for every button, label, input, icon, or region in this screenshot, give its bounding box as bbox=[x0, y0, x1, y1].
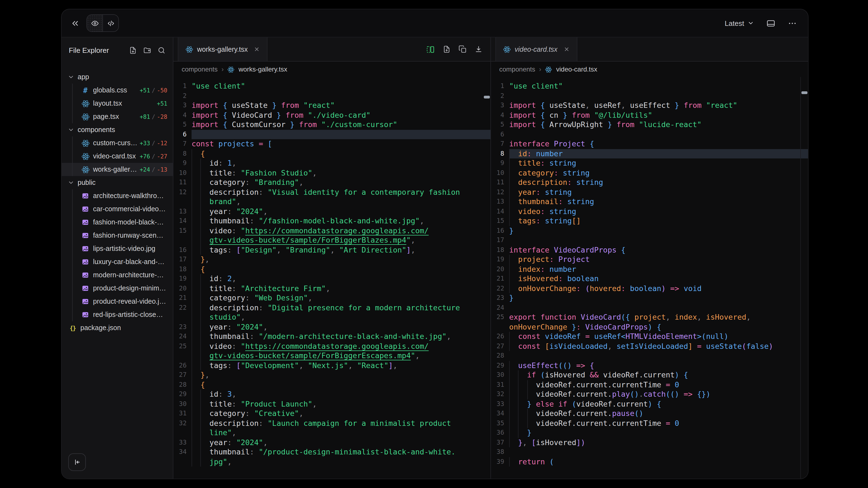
tree-section-public[interactable]: public bbox=[62, 176, 173, 189]
code-row[interactable]: 10 title: "Fashion Studio", bbox=[174, 168, 490, 178]
download-icon[interactable] bbox=[474, 45, 483, 53]
file-row[interactable]: car-commercial-video… bbox=[62, 202, 173, 216]
code-row[interactable]: 34 videoRef.current.pause() bbox=[491, 409, 808, 418]
code-row[interactable]: 4import { cn } from "@/lib/utils" bbox=[491, 110, 808, 120]
code-row[interactable]: 30 title: "Product Launch", bbox=[174, 399, 490, 409]
scrollbar-track[interactable] bbox=[800, 77, 808, 479]
code-row[interactable]: 1"use client" bbox=[174, 82, 490, 91]
file-row[interactable]: red-lips-artistic-close… bbox=[62, 308, 173, 321]
close-icon[interactable] bbox=[254, 46, 260, 52]
code-row[interactable]: 32 description: "Launch campaign for a m… bbox=[174, 418, 490, 428]
file-row[interactable]: product-design-minim… bbox=[62, 282, 173, 295]
code-row[interactable]: brand", bbox=[174, 197, 490, 206]
code-row[interactable]: 36 } bbox=[491, 428, 808, 438]
code-row[interactable]: 23 year: "2024", bbox=[174, 322, 490, 332]
version-selector[interactable]: Latest bbox=[724, 19, 754, 27]
code-row[interactable]: 20 title: "Architecture Firm", bbox=[174, 284, 490, 293]
code-row[interactable]: 18interface VideoCardProps { bbox=[491, 245, 808, 255]
code-row[interactable]: 16 tags: ["Design", "Branding", "Art Dir… bbox=[174, 245, 490, 255]
code-row[interactable]: 12 year: string bbox=[491, 187, 808, 197]
new-folder-icon[interactable] bbox=[143, 46, 151, 54]
search-icon[interactable] bbox=[157, 46, 166, 54]
code-row[interactable]: 33 year: "2024", bbox=[174, 438, 490, 447]
code-row[interactable]: 7const projects = [ bbox=[174, 139, 490, 149]
code-row[interactable]: 1"use client" bbox=[491, 82, 808, 91]
file-row[interactable]: works-galler…+24/-13 bbox=[62, 163, 173, 176]
file-row[interactable]: page.tsx+81/-28 bbox=[62, 110, 173, 123]
code-row[interactable]: 2 bbox=[174, 91, 490, 101]
scrollbar-thumb[interactable] bbox=[484, 96, 490, 98]
code-row[interactable]: 25 video: "https://commondatastorage.goo… bbox=[174, 341, 490, 351]
code-row[interactable]: gtv-videos-bucket/sample/ForBiggerBlazes… bbox=[174, 235, 490, 245]
code-row[interactable]: 22 onHoverChange: (hovered: boolean) => … bbox=[491, 284, 808, 293]
code-row[interactable]: 21 category: "Web Design", bbox=[174, 293, 490, 303]
code-row[interactable]: gtv-videos-bucket/sample/ForBiggerEscape… bbox=[174, 351, 490, 361]
code-icon[interactable] bbox=[102, 15, 118, 31]
code-row[interactable]: 11 category: "Branding", bbox=[174, 178, 490, 187]
code-row[interactable]: 20 index: number bbox=[491, 264, 808, 274]
breadcrumb-file[interactable]: video-card.tsx bbox=[556, 65, 597, 73]
more-icon[interactable] bbox=[788, 19, 797, 28]
code-editor-right[interactable]: 1"use client"23import { useState, useRef… bbox=[491, 77, 808, 479]
code-row[interactable]: 19 id: 2, bbox=[174, 274, 490, 284]
tree-section-components[interactable]: components bbox=[62, 123, 173, 136]
file-row[interactable]: fashion-runway-scen… bbox=[62, 229, 173, 242]
file-row[interactable]: {}package.json bbox=[62, 321, 173, 334]
code-row[interactable]: 38 bbox=[491, 447, 808, 457]
code-row[interactable]: 4import { VideoCard } from "./video-card… bbox=[174, 110, 490, 120]
code-row[interactable]: 15 tags: string[] bbox=[491, 216, 808, 226]
code-row[interactable]: 37 }, [isHovered]) bbox=[491, 438, 808, 447]
code-row[interactable]: 29 useEffect(() => { bbox=[491, 361, 808, 370]
breadcrumb-file[interactable]: works-gallery.tsx bbox=[239, 65, 287, 73]
code-row[interactable]: 39 return ( bbox=[491, 457, 808, 466]
code-row[interactable]: studio", bbox=[174, 313, 490, 322]
code-row[interactable]: 21 isHovered: boolean bbox=[491, 274, 808, 284]
file-row[interactable]: layout.tsx+51 bbox=[62, 97, 173, 110]
tree-section-app[interactable]: app bbox=[62, 70, 173, 84]
code-row[interactable]: 19 project: Project bbox=[491, 255, 808, 264]
code-row[interactable]: 34 thumbnail: "/product-design-minimalis… bbox=[174, 447, 490, 457]
code-row[interactable]: 29 id: 3, bbox=[174, 390, 490, 399]
code-row[interactable]: 23} bbox=[491, 293, 808, 303]
code-row[interactable]: 35 videoRef.current.currentTime = 0 bbox=[491, 418, 808, 428]
file-row[interactable]: luxury-car-black-and-… bbox=[62, 255, 173, 268]
code-row[interactable]: 17 }, bbox=[174, 255, 490, 264]
code-row[interactable]: 25export function VideoCard({ project, i… bbox=[491, 313, 808, 322]
code-row[interactable]: 24 thumbnail: "/modern-architecture-blac… bbox=[174, 332, 490, 341]
code-row[interactable]: 9 id: 1, bbox=[174, 158, 490, 168]
code-row[interactable]: 2 bbox=[491, 91, 808, 101]
breadcrumb-folder[interactable]: components bbox=[499, 65, 535, 73]
collapse-sidebar-button[interactable] bbox=[68, 453, 86, 471]
code-row[interactable]: 6 bbox=[491, 130, 808, 139]
code-row[interactable]: 17 bbox=[491, 235, 808, 245]
code-row[interactable]: line", bbox=[174, 428, 490, 438]
copy-icon[interactable] bbox=[459, 45, 467, 53]
code-row[interactable]: 16} bbox=[491, 226, 808, 235]
code-row[interactable]: 33 } else if (videoRef.current) { bbox=[491, 399, 808, 409]
scrollbar-thumb[interactable] bbox=[801, 91, 807, 94]
code-editor-left[interactable]: 1"use client"23import { useState } from … bbox=[174, 77, 490, 479]
code-row[interactable]: 14 thumbnail: "/fashion-model-black-and-… bbox=[174, 216, 490, 226]
code-row[interactable]: 18 { bbox=[174, 264, 490, 274]
file-row[interactable]: architecture-walkthro… bbox=[62, 189, 173, 202]
code-row[interactable]: 7interface Project { bbox=[491, 139, 808, 149]
code-row[interactable]: 5import { CustomCursor } from "./custom-… bbox=[174, 120, 490, 130]
code-row[interactable]: 26 tags: ["Development", "Next.js", "Rea… bbox=[174, 361, 490, 370]
eye-icon[interactable] bbox=[87, 15, 102, 31]
code-row[interactable]: 3import { useState } from "react" bbox=[174, 101, 490, 110]
code-row[interactable]: 6 bbox=[174, 130, 490, 139]
code-row[interactable]: 8 { bbox=[174, 149, 490, 158]
code-row[interactable]: 8 id: number bbox=[491, 149, 808, 158]
code-row[interactable]: 12 description: "Visual identity for a c… bbox=[174, 187, 490, 197]
code-row[interactable]: 13 thumbnail: string bbox=[491, 197, 808, 206]
split-compare-icon[interactable] bbox=[426, 45, 435, 54]
code-row[interactable]: onHoverChange }: VideoCardProps) { bbox=[491, 322, 808, 332]
code-row[interactable]: 28 bbox=[491, 351, 808, 361]
file-row[interactable]: modern-architecture-… bbox=[62, 268, 173, 282]
code-row[interactable]: 32 videoRef.current.play().catch(() => {… bbox=[491, 390, 808, 399]
file-row[interactable]: #globals.css+51/-50 bbox=[62, 84, 173, 97]
code-row[interactable]: 31 category: "Creative", bbox=[174, 409, 490, 418]
file-row[interactable]: product-reveal-video.j… bbox=[62, 295, 173, 308]
code-row[interactable]: 11 description: string bbox=[491, 178, 808, 187]
code-row[interactable]: jpg", bbox=[174, 457, 490, 466]
